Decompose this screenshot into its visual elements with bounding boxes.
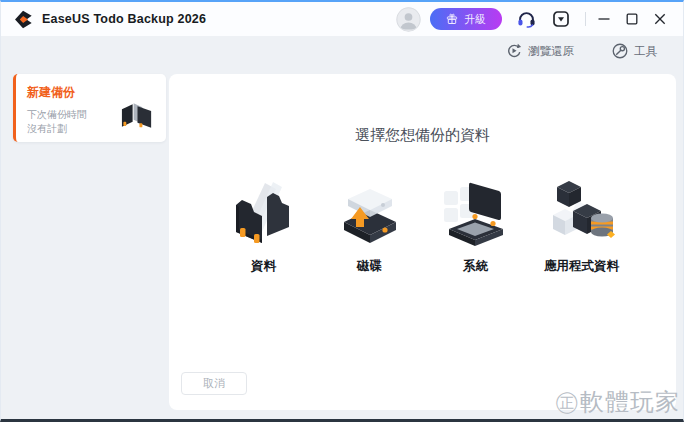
system-icon [441,179,511,249]
new-backup-card[interactable]: 新建備份 下次備份時間 沒有計劃 [13,74,166,142]
option-appdata[interactable]: 應用程式資料 [536,179,628,275]
app-title: EaseUS Todo Backup 2026 [42,12,206,26]
tools-icon [612,43,628,59]
titlebar-separator [585,12,586,26]
page-title: 選擇您想備份的資料 [169,126,676,145]
maximize-icon [626,13,638,25]
watermark: ㊣軟體玩家 [555,386,680,418]
titlebar-actions: 升級 [396,7,683,32]
backup-options: 資料 [169,179,676,275]
disk-icon [335,179,405,249]
cancel-button[interactable]: 取消 [181,372,247,395]
restore-icon [506,43,522,59]
main-panel: 選擇您想備份的資料 資料 [169,74,676,410]
minimize-icon [598,13,610,25]
backup-folder-icon [119,100,156,134]
maximize-button[interactable] [622,8,642,30]
new-backup-title: 新建備份 [27,84,166,101]
option-label: 應用程式資料 [544,258,619,275]
feedback-button[interactable] [550,8,572,30]
option-files[interactable]: 資料 [218,179,310,275]
gift-icon [446,13,458,25]
headset-icon [517,11,536,28]
option-label: 資料 [251,258,276,275]
upgrade-button[interactable]: 升級 [430,8,502,30]
nav-tools-label: 工具 [634,44,657,59]
support-button[interactable] [515,8,537,30]
option-disk[interactable]: 磁碟 [324,179,416,275]
minimize-button[interactable] [594,8,614,30]
option-label: 系統 [463,258,488,275]
feedback-icon [553,11,569,27]
titlebar: EaseUS Todo Backup 2026 [1,2,683,36]
close-icon [654,13,666,25]
appdata-icon [547,179,617,249]
top-nav: 瀏覽還原 工具 [1,36,683,66]
close-button[interactable] [650,8,670,30]
files-icon [229,179,299,249]
upgrade-label: 升級 [464,12,486,27]
app-window: EaseUS Todo Backup 2026 [0,0,684,422]
option-system[interactable]: 系統 [430,179,522,275]
nav-browse-restore[interactable]: 瀏覽還原 [506,43,574,59]
nav-browse-restore-label: 瀏覽還原 [528,44,574,59]
option-label: 磁碟 [357,258,382,275]
nav-tools[interactable]: 工具 [612,43,657,59]
user-avatar[interactable] [396,7,421,32]
easeus-logo-icon [14,10,33,29]
